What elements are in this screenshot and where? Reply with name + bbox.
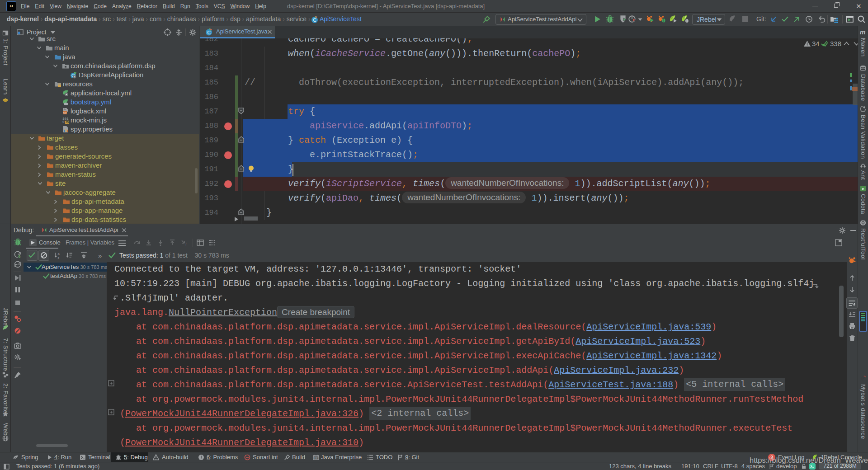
svg-text:C: C bbox=[313, 18, 316, 23]
svg-text:9: 9 bbox=[19, 254, 21, 258]
svg-text:EE: EE bbox=[314, 457, 318, 460]
svg-text:<>: <> bbox=[63, 111, 66, 115]
svg-text:c: c bbox=[862, 187, 864, 191]
svg-text:I: I bbox=[185, 242, 187, 246]
svg-text:0: 0 bbox=[62, 120, 65, 124]
svg-text:JS: JS bbox=[65, 121, 69, 124]
svg-text:z: z bbox=[58, 256, 60, 259]
